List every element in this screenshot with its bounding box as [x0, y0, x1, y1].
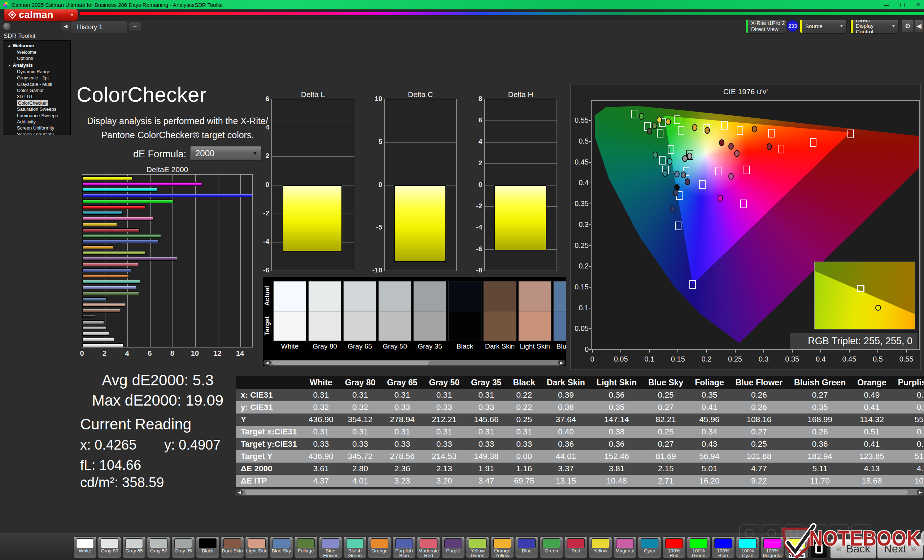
meter-dropdown[interactable]: X-Rite i1Pro 2Direct View ▼ — [746, 19, 786, 33]
minimize-icon[interactable]: — — [884, 2, 889, 8]
sidebar-item-3d-lut[interactable]: 3D LUT — [3, 93, 70, 100]
patch-gray-80[interactable]: Gray 80 — [98, 536, 121, 558]
compare-scroll-thumb[interactable] — [272, 360, 429, 365]
patch-foliage[interactable]: Foliage — [294, 536, 318, 558]
sidebar-item-grayscale-2pt[interactable]: Grayscale - 2pt — [3, 75, 70, 81]
current-fl-value: fL: 104.66 — [80, 458, 141, 473]
calman-menu-caret-icon[interactable]: ▼ — [66, 9, 78, 21]
sidebar-item-welcome[interactable]: Welcome — [3, 49, 70, 55]
deltae-plot — [82, 174, 253, 347]
patch-bluish-green[interactable]: Bluish Green — [343, 536, 367, 558]
patch-100-blue[interactable]: 100% Blue — [711, 536, 735, 558]
table-cell: 0.22 — [507, 401, 541, 413]
target-label: Target — [264, 302, 273, 349]
tree-group-analysis[interactable]: ◢Analysis — [3, 62, 70, 69]
table-cell: 0.25 — [642, 426, 689, 438]
sidebar-item-screen-uniformity[interactable]: Screen Uniformity — [3, 125, 70, 131]
table-cell: 0.25 — [642, 389, 689, 401]
compare-scrollbar[interactable]: ◀ ▶ — [264, 360, 565, 365]
sidebar-item-screen-angularity[interactable]: Screen Angularity — [3, 131, 70, 135]
title-bar[interactable]: Calman 2025 Calman Ultimate for Business… — [0, 0, 924, 9]
table-cell: 2.15 — [642, 463, 689, 475]
patch-yellow-green[interactable]: Yellow Green — [466, 536, 489, 558]
patch-purple[interactable]: Purple — [441, 536, 465, 558]
tree-group-welcome[interactable]: ◢Welcome — [3, 42, 70, 49]
deltae-bar-foliage — [82, 292, 139, 295]
patch-blue-flower[interactable]: Blue Flower — [319, 536, 342, 558]
patch-blue-sky[interactable]: Blue Sky — [270, 536, 293, 558]
patch-dark-skin[interactable]: Dark Skin — [220, 536, 244, 558]
rainbow-gradient-stripe — [80, 12, 924, 15]
patch-swatch — [567, 538, 585, 548]
patch-100-red[interactable]: 100% Red — [662, 536, 686, 558]
scroll-left-icon[interactable]: ◀ — [236, 489, 243, 495]
close-icon[interactable]: ✕ — [916, 1, 920, 8]
compare-column-gray-35: Gray 35 — [413, 277, 447, 366]
y-tick-label: 6 — [466, 116, 482, 124]
table-cell: 182.94 — [788, 450, 852, 463]
patch-white[interactable]: White — [73, 536, 97, 558]
actual-swatch — [273, 281, 306, 311]
patch-purplish-blue[interactable]: Purplish Blue — [392, 536, 416, 558]
deltae-bar-moderate-red — [82, 263, 138, 266]
patch-yellow[interactable]: Yellow — [589, 536, 612, 558]
sidebar-item-saturation-sweeps[interactable]: Saturation Sweeps — [3, 106, 70, 112]
display-control-dropdown[interactable]: Direct Display Control ▼ — [850, 19, 899, 33]
table-cell: 0.26 — [730, 389, 788, 401]
patch-label: Dark Skin — [221, 548, 244, 553]
de-formula-select[interactable]: 2000 ▼ — [190, 147, 261, 160]
next-button[interactable]: Next » — [877, 539, 923, 559]
y-tick-label: -4 — [253, 238, 269, 246]
back-button[interactable]: « Back — [830, 539, 876, 559]
patch-gray-35[interactable]: Gray 35 — [171, 536, 195, 558]
pattern-window-button[interactable] — [811, 538, 827, 559]
scroll-left-icon[interactable]: ◀ — [264, 360, 271, 365]
patch-orange-yellow[interactable]: Orange Yellow — [490, 536, 514, 558]
table-cell: 0.33 — [465, 438, 507, 450]
sidebar-item-luminance-sweeps[interactable]: Luminance Sweeps — [3, 112, 70, 119]
table-scroll-thumb[interactable] — [244, 490, 909, 495]
patch-green[interactable]: Green — [540, 536, 563, 558]
tab-history-1[interactable]: History 1 — [71, 21, 127, 33]
sidebar-item-dynamic-range[interactable]: Dynamic Range — [3, 69, 70, 75]
table-cell: 4.37 — [303, 475, 339, 487]
expander-icon[interactable]: ◢ — [8, 44, 10, 47]
table-scrollbar[interactable]: ◀ ▶ — [236, 489, 924, 496]
expander-icon[interactable]: ◢ — [8, 63, 10, 67]
settings-gear-icon[interactable]: ⚙ — [902, 19, 914, 33]
tick — [592, 350, 592, 352]
row-label: y: CIE31 — [236, 401, 303, 413]
sidebar-collapse-icon[interactable]: ◀ — [62, 22, 70, 31]
add-tab-button[interactable]: + — [128, 22, 142, 31]
x-tick-label: 10 — [186, 349, 204, 358]
source-dropdown[interactable]: Source ▼ — [800, 19, 847, 33]
patch-black[interactable]: Black — [196, 536, 219, 558]
patch-moderate-red[interactable]: Moderate Red — [417, 536, 440, 558]
sidebar-item-additivity[interactable]: Additivity — [3, 119, 70, 125]
table-cell: 0.33 — [465, 401, 507, 413]
sidebar-item-colorchecker[interactable]: ColorChecker — [3, 100, 70, 106]
maximize-icon[interactable]: ▢ — [900, 1, 905, 8]
patch-label: Yellow — [589, 548, 612, 553]
patch-red[interactable]: Red — [564, 536, 588, 558]
patch-orange[interactable]: Orange — [368, 536, 391, 558]
patch-magenta[interactable]: Magenta — [613, 536, 637, 558]
calman-menu-button[interactable]: calman ▼ — [4, 9, 78, 21]
sidebar-item-options[interactable]: Options — [3, 55, 70, 61]
patch-gray-50[interactable]: Gray 50 — [147, 536, 170, 558]
scroll-right-icon[interactable]: ▶ — [917, 489, 924, 495]
patch-light-skin[interactable]: Light Skin — [245, 536, 268, 558]
patch-blue[interactable]: Blue — [515, 536, 538, 558]
sidebar-item-color-gamut[interactable]: Color Gamut — [3, 87, 70, 93]
layout-toggle-button[interactable] — [3, 22, 11, 30]
patch-cyan[interactable]: Cyan — [638, 536, 661, 558]
calman-app-window: Calman 2025 Calman Ultimate for Business… — [0, 0, 924, 560]
panel-collapse-icon[interactable]: ◀ — [915, 19, 923, 33]
patch-gray-65[interactable]: Gray 65 — [122, 536, 146, 558]
table-cell: 114.32 — [852, 413, 892, 426]
sidebar-item-grayscale-multi[interactable]: Grayscale - Multi — [3, 81, 70, 87]
table-cell: 0.33 — [423, 401, 465, 413]
patch-label: Bluish Green — [344, 548, 366, 558]
patch-100-green[interactable]: 100% Green — [687, 536, 710, 558]
scroll-right-icon[interactable]: ▶ — [558, 360, 565, 365]
